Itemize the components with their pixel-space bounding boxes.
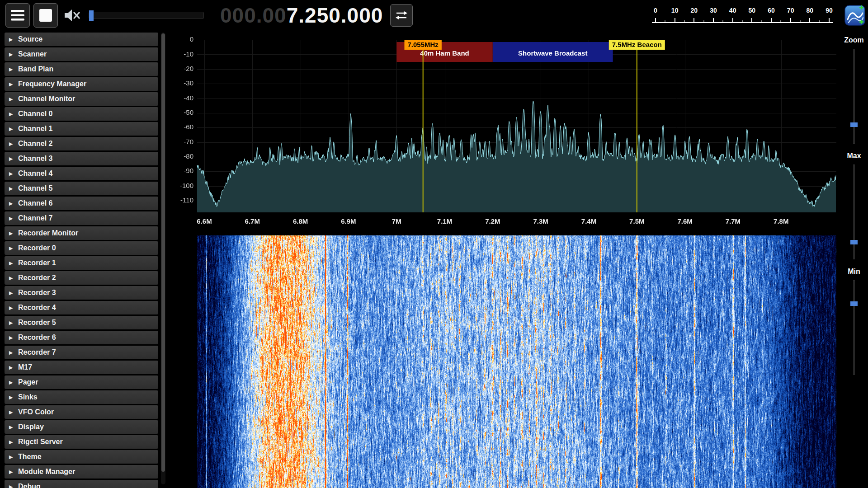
sidebar-item-band-plan[interactable]: ▶Band Plan	[5, 62, 158, 76]
sidebar: ▶Source▶Scanner▶Band Plan▶Frequency Mana…	[0, 31, 168, 488]
chevron-right-icon: ▶	[9, 380, 18, 385]
sidebar-item-recorder-3[interactable]: ▶Recorder 3	[5, 286, 158, 300]
sidebar-item-channel-2[interactable]: ▶Channel 2	[5, 137, 158, 150]
chevron-right-icon: ▶	[9, 52, 18, 57]
sidebar-item-label: Recorder 5	[18, 319, 56, 327]
sidebar-item-channel-1[interactable]: ▶Channel 1	[5, 122, 158, 136]
frequency-display[interactable]: 000.007.250.000	[220, 3, 383, 28]
chevron-right-icon: ▶	[9, 156, 18, 162]
chevron-right-icon: ▶	[9, 394, 18, 400]
sidebar-item-label: Recorder 2	[18, 274, 56, 282]
sidebar-item-vfo-color[interactable]: ▶VFO Color	[5, 405, 158, 419]
sidebar-item-label: Frequency Manager	[18, 80, 86, 88]
chevron-right-icon: ▶	[9, 424, 18, 430]
sidebar-item-channel-monitor[interactable]: ▶Channel Monitor	[5, 92, 158, 106]
sidebar-item-label: Recorder 7	[18, 348, 56, 357]
zoom-slider-handle[interactable]	[850, 122, 858, 127]
snr-meter-tick-label: 80	[807, 7, 814, 14]
sidebar-item-channel-6[interactable]: ▶Channel 6	[5, 197, 158, 210]
sidebar-item-frequency-manager[interactable]: ▶Frequency Manager	[5, 77, 158, 91]
sidebar-item-m17[interactable]: ▶M17	[5, 361, 158, 374]
sidebar-item-channel-0[interactable]: ▶Channel 0	[5, 107, 158, 121]
chevron-right-icon: ▶	[9, 275, 18, 281]
chevron-right-icon: ▶	[9, 335, 18, 341]
min-label: Min	[840, 267, 868, 276]
sidebar-item-recorder-7[interactable]: ▶Recorder 7	[5, 346, 158, 359]
sidebar-item-pager[interactable]: ▶Pager	[5, 375, 158, 389]
volume-slider[interactable]	[89, 12, 204, 19]
snr-meter-tick-label: 40	[729, 7, 736, 14]
chevron-right-icon: ▶	[9, 350, 18, 356]
sidebar-item-recorder-5[interactable]: ▶Recorder 5	[5, 316, 158, 329]
frequency-active-digits: 7.250.000	[287, 4, 383, 27]
chevron-right-icon: ▶	[9, 96, 18, 102]
sidebar-item-label: Recorder 6	[18, 333, 56, 342]
volume-slider-handle[interactable]	[89, 10, 94, 21]
chevron-right-icon: ▶	[9, 469, 18, 475]
swap-arrows-icon	[395, 9, 408, 21]
sidebar-item-channel-5[interactable]: ▶Channel 5	[5, 182, 158, 195]
chevron-right-icon: ▶	[9, 126, 18, 132]
chevron-right-icon: ▶	[9, 141, 18, 147]
zoom-slider[interactable]	[853, 49, 855, 144]
sidebar-item-label: Recorder 3	[18, 289, 56, 297]
sidebar-item-theme[interactable]: ▶Theme	[5, 450, 158, 464]
hamburger-menu-icon	[11, 9, 24, 21]
chevron-right-icon: ▶	[9, 230, 18, 236]
sidebar-item-rigctl-server[interactable]: ▶Rigctl Server	[5, 435, 158, 449]
min-slider[interactable]	[853, 280, 855, 375]
chevron-right-icon: ▶	[9, 260, 18, 266]
tuning-mode-button[interactable]	[390, 4, 413, 27]
sidebar-item-label: Pager	[18, 378, 38, 386]
max-slider[interactable]	[853, 164, 855, 259]
sidebar-item-label: Channel 5	[18, 184, 52, 192]
sidebar-item-label: Channel 1	[18, 125, 52, 133]
sidebar-item-label: Recorder 4	[18, 304, 56, 312]
sidebar-item-label: Sinks	[18, 393, 38, 401]
sidebar-menu: ▶Source▶Scanner▶Band Plan▶Frequency Mana…	[5, 33, 158, 488]
min-slider-handle[interactable]	[850, 301, 858, 306]
sidebar-item-recorder-monitor[interactable]: ▶Recorder Monitor	[5, 226, 158, 240]
stop-button[interactable]	[33, 3, 58, 28]
sidebar-item-recorder-4[interactable]: ▶Recorder 4	[5, 301, 158, 314]
sidebar-item-sinks[interactable]: ▶Sinks	[5, 390, 158, 404]
snr-meter-tick-label: 70	[787, 7, 794, 14]
sidebar-item-label: Rigctl Server	[18, 438, 63, 446]
waterfall[interactable]	[168, 235, 840, 488]
sidebar-item-source[interactable]: ▶Source	[5, 33, 158, 46]
mute-button[interactable]	[61, 3, 83, 28]
sidebar-item-label: Recorder 0	[18, 244, 56, 252]
snr-meter-tick-label: 30	[710, 7, 717, 14]
sidebar-item-label: Module Manager	[18, 468, 75, 476]
sidebar-item-debug[interactable]: ▶Debug	[5, 480, 158, 488]
sidebar-item-scanner[interactable]: ▶Scanner	[5, 47, 158, 61]
topbar: 000.007.250.000 0102030405060708090	[0, 0, 868, 31]
snr-meter: 0102030405060708090	[652, 5, 833, 25]
chevron-right-icon: ▶	[9, 454, 18, 460]
sidebar-item-display[interactable]: ▶Display	[5, 420, 158, 434]
sidebar-item-label: Recorder Monitor	[18, 229, 78, 237]
sidebar-scrollbar-thumb[interactable]	[161, 33, 165, 472]
sidebar-item-channel-3[interactable]: ▶Channel 3	[5, 152, 158, 165]
sidebar-scrollbar[interactable]	[161, 33, 165, 484]
sidebar-item-channel-7[interactable]: ▶Channel 7	[5, 211, 158, 225]
sidebar-item-recorder-1[interactable]: ▶Recorder 1	[5, 256, 158, 270]
sidebar-item-recorder-2[interactable]: ▶Recorder 2	[5, 271, 158, 285]
sidebar-item-label: Scanner	[18, 50, 47, 58]
sidebar-item-recorder-0[interactable]: ▶Recorder 0	[5, 241, 158, 255]
chevron-right-icon: ▶	[9, 66, 18, 72]
chevron-right-icon: ▶	[9, 365, 18, 371]
sidebar-item-recorder-6[interactable]: ▶Recorder 6	[5, 331, 158, 344]
display-controls: Zoom Max Min	[840, 31, 868, 488]
chevron-right-icon: ▶	[9, 305, 18, 311]
fft-spectrum[interactable]	[168, 31, 840, 232]
sidebar-item-label: VFO Color	[18, 408, 54, 416]
sidebar-item-module-manager[interactable]: ▶Module Manager	[5, 465, 158, 479]
frequency-dim-digits: 000.00	[220, 4, 287, 27]
chevron-right-icon: ▶	[9, 245, 18, 251]
sidebar-item-channel-4[interactable]: ▶Channel 4	[5, 167, 158, 180]
menu-button[interactable]	[5, 3, 30, 28]
chevron-right-icon: ▶	[9, 186, 18, 192]
max-slider-handle[interactable]	[850, 240, 858, 244]
snr-meter-tick-label: 60	[768, 7, 775, 14]
